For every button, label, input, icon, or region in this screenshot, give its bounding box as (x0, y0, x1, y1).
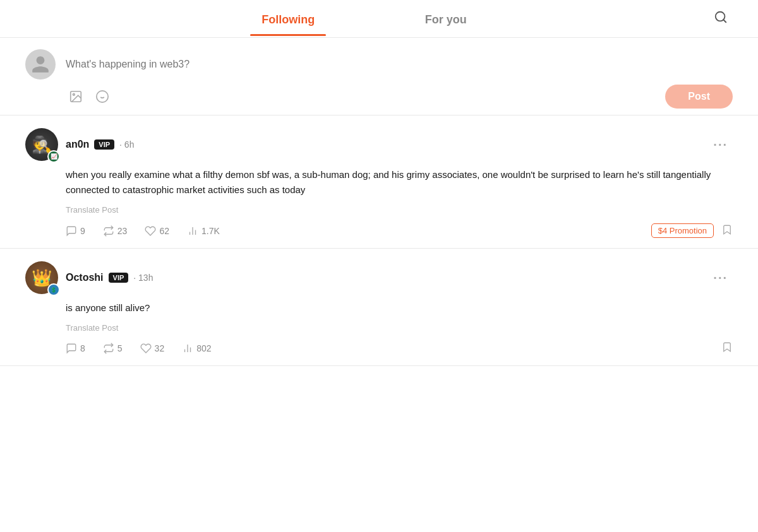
post-card: 🕵 📈 an0n VIP · 6h ··· when you really ex… (0, 115, 758, 249)
post-2-avatar: 👑 💲 (25, 261, 58, 294)
post-1-actions: 9 23 62 1.7K $4 Promotion (66, 223, 733, 238)
tab-foryou[interactable]: For you (394, 2, 498, 35)
post-1-translate[interactable]: Translate Post (66, 205, 118, 215)
post-1-meta: an0n VIP · 6h (66, 139, 708, 150)
post-2-text: is anyone still alive? (66, 300, 733, 316)
post-1-more-button[interactable]: ··· (708, 135, 733, 155)
post-2-views-button[interactable]: 802 (182, 343, 211, 354)
svg-point-3 (73, 93, 75, 95)
post-1-vip: VIP (94, 139, 114, 150)
post-1-retweet-button[interactable]: 23 (103, 225, 128, 237)
post-1-like-button[interactable]: 62 (145, 225, 169, 237)
tab-following-label: Following (262, 13, 315, 26)
post-2-actions: 8 5 32 802 (66, 341, 733, 355)
post-2-bookmark-button[interactable] (721, 341, 733, 355)
tab-foryou-label: For you (425, 13, 467, 26)
post-button[interactable]: Post (665, 85, 733, 109)
post-2-vip: VIP (109, 273, 129, 283)
post-1-comment-button[interactable]: 9 (66, 225, 85, 237)
search-button[interactable] (709, 5, 733, 32)
post-1-bookmark-button[interactable] (721, 224, 733, 238)
post-2-body: is anyone still alive? Translate Post 8 … (25, 300, 733, 355)
svg-point-4 (97, 91, 108, 102)
compose-input[interactable] (66, 59, 733, 70)
tabs-bar: Following For you (0, 0, 758, 38)
post-1-time: · 6h (119, 139, 134, 150)
post-1-body: when you really examine what a filthy de… (25, 167, 733, 238)
post-2-translate[interactable]: Translate Post (66, 323, 118, 333)
post-2-like-button[interactable]: 32 (140, 343, 165, 354)
post-1-views-button[interactable]: 1.7K (187, 225, 220, 237)
post-1-promotion[interactable]: $4 Promotion (651, 223, 714, 238)
svg-line-1 (723, 20, 726, 22)
post-2-comment-button[interactable]: 8 (66, 343, 85, 354)
post-1-username: an0n (66, 139, 89, 150)
compose-avatar (25, 49, 56, 80)
post-2-time: · 13h (133, 273, 153, 283)
post-2-retweet-button[interactable]: 5 (103, 343, 123, 354)
emoji-icon[interactable] (92, 86, 112, 107)
post-2-more-button[interactable]: ··· (708, 268, 733, 288)
post-1-avatar: 🕵 📈 (25, 128, 58, 161)
tab-following[interactable]: Following (236, 2, 340, 35)
post-2-username: Octoshi (66, 272, 104, 283)
post-2-meta: Octoshi VIP · 13h (66, 272, 708, 283)
image-icon[interactable] (66, 86, 86, 107)
compose-area: Post (0, 38, 758, 115)
post-1-text: when you really examine what a filthy de… (66, 167, 733, 198)
post-card: 👑 💲 Octoshi VIP · 13h ··· is anyone stil… (0, 249, 758, 366)
